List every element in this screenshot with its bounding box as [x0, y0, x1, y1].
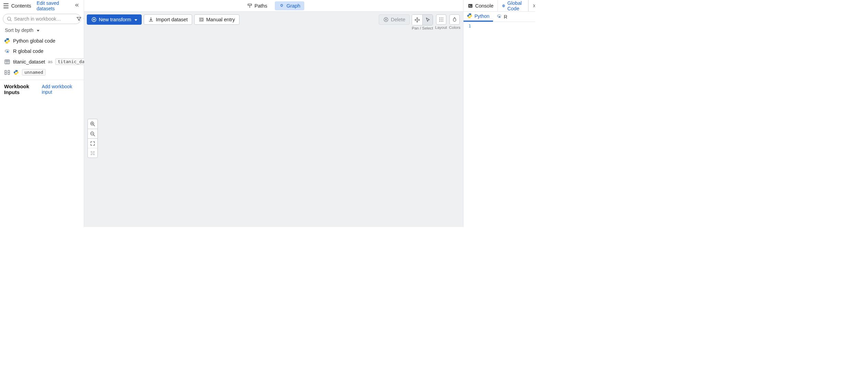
caption: Pan / Select: [412, 26, 433, 30]
select-button[interactable]: [422, 15, 433, 25]
svg-point-9: [15, 70, 15, 71]
right-tabs: Console Global Code: [464, 0, 535, 12]
console-icon: [468, 3, 473, 9]
layout-icon: [438, 17, 444, 22]
caption: Colors: [449, 25, 460, 30]
svg-point-24: [441, 19, 441, 20]
auto-layout-button: [88, 148, 97, 158]
svg-point-10: [16, 74, 17, 74]
collapse-sidebar-icon[interactable]: [73, 2, 80, 10]
transform-icon: [4, 69, 10, 76]
svg-point-12: [283, 4, 284, 5]
graph-icon: [279, 3, 284, 9]
sort-label: Sort by depth: [5, 27, 33, 33]
new-transform-button[interactable]: New transform: [87, 14, 142, 25]
pan-select-group: Pan / Select: [412, 14, 433, 30]
tab-r[interactable]: R R: [493, 12, 511, 22]
code-area[interactable]: [473, 22, 535, 227]
svg-point-11: [280, 4, 281, 5]
tab-label: Graph: [286, 3, 300, 9]
svg-point-34: [470, 17, 470, 18]
svg-point-23: [442, 21, 443, 22]
filter-icon: [76, 16, 82, 22]
button-label: New transform: [99, 17, 131, 22]
svg-point-0: [8, 17, 11, 20]
tree-item-python-global[interactable]: Python global code: [0, 36, 84, 46]
language-tabs: Python R R: [464, 12, 535, 22]
globe-icon: [502, 3, 505, 9]
button-label: Manual entry: [206, 17, 235, 22]
tab-label: R: [504, 14, 507, 20]
svg-point-20: [442, 19, 443, 20]
colors-button[interactable]: [449, 14, 460, 25]
search-input[interactable]: [14, 16, 74, 22]
add-workbook-input-link[interactable]: Add workbook input: [42, 84, 80, 95]
graph-toolbar: New transform Import dataset Manual entr…: [84, 12, 463, 30]
paths-icon: [247, 3, 253, 9]
delete-button: Delete: [379, 14, 410, 25]
tab-console[interactable]: Console: [464, 0, 498, 11]
zoom-in-button[interactable]: [88, 119, 97, 129]
import-dataset-button[interactable]: Import dataset: [144, 14, 192, 25]
contents-tree: Python global code R R global code titan…: [0, 36, 84, 80]
tab-label: Console: [475, 3, 493, 9]
droplet-icon: [452, 17, 457, 22]
layout-button[interactable]: [436, 14, 446, 25]
transform-name-chip: unnamed: [22, 69, 46, 76]
graph-canvas[interactable]: [84, 30, 463, 227]
tab-graph[interactable]: Graph: [275, 1, 304, 10]
chevron-down-icon: [133, 17, 137, 22]
right-panel: Console Global Code Python R: [463, 0, 535, 227]
search-row: [0, 12, 84, 25]
tab-paths[interactable]: Paths: [243, 1, 271, 10]
workbook-inputs-section: Workbook Inputs Add workbook input: [0, 80, 84, 99]
line-number: 1: [464, 23, 471, 28]
svg-point-13: [281, 7, 282, 8]
svg-point-28: [94, 151, 95, 152]
download-icon: [148, 17, 154, 22]
hamburger-icon[interactable]: [3, 3, 9, 8]
layout-group: Layout: [435, 14, 447, 30]
caption: Layout: [435, 25, 447, 30]
zoom-out-button[interactable]: [88, 129, 97, 138]
button-label: Delete: [391, 17, 405, 22]
center-panel: Paths Graph New transform Import dataset…: [84, 0, 463, 227]
expand-panel-icon[interactable]: [528, 0, 535, 11]
svg-point-22: [441, 21, 441, 22]
tree-item-label: R global code: [13, 48, 44, 54]
plus-circle-icon: [91, 17, 97, 22]
chevron-down-icon: [35, 27, 39, 33]
manual-entry-button[interactable]: Manual entry: [194, 14, 239, 25]
tab-global-code[interactable]: Global Code: [498, 0, 528, 11]
tree-item-titanic-dataset[interactable]: titanic_dataset as titanic_dataset: [0, 56, 84, 67]
svg-point-19: [439, 19, 440, 20]
svg-rect-31: [468, 4, 472, 8]
zoom-fit-button[interactable]: [88, 138, 97, 148]
center-tabs: Paths Graph: [84, 0, 463, 12]
tree-item-label: Python global code: [13, 38, 55, 44]
zoom-in-icon: [90, 121, 95, 127]
svg-text:R: R: [7, 50, 9, 54]
tree-item-unnamed-transform[interactable]: unnamed: [0, 67, 84, 78]
sidebar-title: Contents: [11, 3, 31, 9]
python-icon: [4, 38, 10, 44]
svg-point-30: [94, 154, 95, 155]
code-editor[interactable]: 1: [464, 22, 535, 227]
button-label: Import dataset: [156, 17, 188, 22]
tree-item-r-global[interactable]: R R global code: [0, 46, 84, 56]
svg-point-29: [91, 154, 92, 155]
cursor-icon: [425, 17, 431, 23]
svg-point-1: [6, 39, 7, 39]
tab-label: Global Code: [507, 0, 524, 11]
edit-saved-datasets-link[interactable]: Edit saved datasets: [37, 0, 71, 11]
tab-python[interactable]: Python: [464, 12, 493, 22]
svg-point-33: [469, 14, 469, 14]
svg-text:R: R: [498, 15, 501, 19]
sort-dropdown[interactable]: Sort by depth: [0, 25, 84, 36]
pan-button[interactable]: [412, 15, 422, 25]
search-input-wrap[interactable]: [3, 14, 81, 24]
colors-group: Colors: [449, 14, 460, 30]
sidebar-header: Contents Edit saved datasets: [0, 0, 84, 12]
svg-point-17: [441, 18, 441, 18]
sidebar: Contents Edit saved datasets Sort by dep…: [0, 0, 84, 227]
